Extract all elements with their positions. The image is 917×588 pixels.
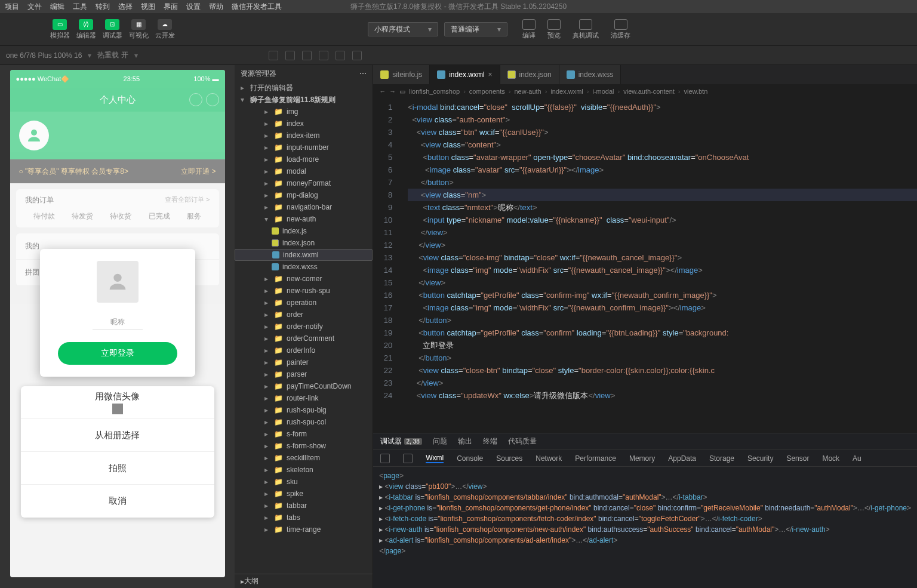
menu-item[interactable]: 工具 bbox=[73, 2, 87, 12]
devtool-panel-Memory[interactable]: Memory bbox=[629, 454, 655, 463]
cloud-toggle[interactable]: ☁云开发 bbox=[153, 17, 177, 41]
folder-img[interactable]: ▸📁img bbox=[235, 106, 373, 118]
folder-input-number[interactable]: ▸📁input-number bbox=[235, 141, 373, 153]
devtool-panel-Au[interactable]: Au bbox=[853, 454, 861, 463]
back-icon[interactable] bbox=[285, 51, 295, 60]
editor-toggle[interactable]: ⟨/⟩编辑器 bbox=[74, 17, 98, 41]
sheet-cancel[interactable]: 取消 bbox=[21, 485, 214, 518]
order-tab[interactable]: 服务 bbox=[187, 211, 201, 221]
editor-tab-siteinfo.js[interactable]: siteinfo.js bbox=[373, 65, 430, 84]
wxml-inspector[interactable]: <page> ▸ <view class="pb100">…</view> ▸ … bbox=[373, 467, 917, 588]
folder-parser[interactable]: ▸📁parser bbox=[235, 368, 373, 380]
folder-moneyFormat[interactable]: ▸📁moneyFormat bbox=[235, 177, 373, 189]
folder-order[interactable]: ▸📁order bbox=[235, 309, 373, 321]
nav-back-icon[interactable]: ← bbox=[379, 88, 386, 95]
devtool-tab-问题[interactable]: 问题 bbox=[433, 436, 447, 447]
file-index.js[interactable]: index.js bbox=[235, 225, 373, 237]
project-root[interactable]: ▾狮子鱼修复前端11.8新规则 bbox=[235, 94, 373, 106]
order-tab[interactable]: 待付款 bbox=[33, 211, 55, 221]
folder-orderInfo[interactable]: ▸📁orderInfo bbox=[235, 344, 373, 356]
device-select[interactable]: one 6/7/8 Plus 100% 16 bbox=[6, 51, 82, 60]
order-tab[interactable]: 待收货 bbox=[110, 211, 131, 221]
folder-payTimeCountDown[interactable]: ▸📁payTimeCountDown bbox=[235, 380, 373, 392]
avatar-placeholder[interactable] bbox=[97, 261, 139, 303]
breadcrumb-item[interactable]: components bbox=[469, 88, 505, 95]
open-editors-section[interactable]: ▸打开的编辑器 bbox=[235, 82, 373, 94]
file-index.wxml[interactable]: index.wxml bbox=[235, 249, 373, 261]
breadcrumb-item[interactable]: view.btn bbox=[684, 88, 708, 95]
folder-mp-dialog[interactable]: ▸📁mp-dialog bbox=[235, 189, 373, 201]
sheet-camera[interactable]: 拍照 bbox=[21, 452, 214, 485]
menu-item[interactable]: 项目 bbox=[5, 2, 19, 12]
capsule-more-icon[interactable] bbox=[189, 93, 202, 106]
folder-modal[interactable]: ▸📁modal bbox=[235, 165, 373, 177]
folder-load-more[interactable]: ▸📁load-more bbox=[235, 153, 373, 165]
devtool-tab-输出[interactable]: 输出 bbox=[458, 436, 472, 447]
devtool-panel-Sensor[interactable]: Sensor bbox=[786, 454, 809, 463]
menu-item[interactable]: 文件 bbox=[27, 2, 42, 12]
nav-fwd-icon[interactable]: → bbox=[389, 88, 396, 95]
folder-rush-spu-big[interactable]: ▸📁rush-spu-big bbox=[235, 404, 373, 416]
folder-new-rush-spu[interactable]: ▸📁new-rush-spu bbox=[235, 285, 373, 297]
user-avatar[interactable] bbox=[19, 121, 49, 150]
folder-new-comer[interactable]: ▸📁new-comer bbox=[235, 273, 373, 285]
devtool-panel-Mock[interactable]: Mock bbox=[822, 454, 839, 463]
login-button[interactable]: 立即登录 bbox=[58, 342, 177, 365]
editor-tab-index.json[interactable]: index.json bbox=[500, 65, 559, 84]
rotate-icon[interactable] bbox=[269, 51, 278, 60]
folder-painter[interactable]: ▸📁painter bbox=[235, 356, 373, 368]
order-tab[interactable]: 已完成 bbox=[149, 211, 170, 221]
file-index.wxss[interactable]: index.wxss bbox=[235, 261, 373, 273]
folder-tabs[interactable]: ▸📁tabs bbox=[235, 512, 373, 524]
menu-item[interactable]: 转到 bbox=[96, 2, 110, 12]
compile-button[interactable]: 编译 bbox=[522, 19, 536, 40]
devtool-tab-调试器[interactable]: 调试器 2, 38 bbox=[380, 436, 422, 447]
compile-select[interactable]: 普通编译▾ bbox=[444, 22, 507, 36]
menu-item[interactable]: 微信开发者工具 bbox=[232, 2, 282, 12]
folder-time-range[interactable]: ▸📁time-range bbox=[235, 524, 373, 535]
editor-tab-index.wxss[interactable]: index.wxss bbox=[559, 65, 621, 84]
folder-operation[interactable]: ▸📁operation bbox=[235, 297, 373, 309]
menu-item[interactable]: 编辑 bbox=[50, 2, 64, 12]
capsule-close-icon[interactable] bbox=[206, 93, 219, 106]
visual-toggle[interactable]: ▦可视化 bbox=[127, 17, 150, 41]
devtool-tab-终端[interactable]: 终端 bbox=[483, 436, 497, 447]
vip-open-button[interactable]: 立即开通 > bbox=[181, 167, 216, 177]
bookmark-icon[interactable]: ▭ bbox=[399, 88, 405, 96]
folder-new-auth[interactable]: ▾📁new-auth bbox=[235, 213, 373, 225]
cut-icon[interactable] bbox=[336, 51, 345, 60]
orders-more[interactable]: 查看全部订单 > bbox=[165, 195, 210, 205]
folder-router-link[interactable]: ▸📁router-link bbox=[235, 392, 373, 404]
sheet-album[interactable]: 从相册选择 bbox=[21, 419, 214, 452]
menu-item[interactable]: 设置 bbox=[186, 2, 201, 12]
code-editor[interactable]: 123456789101112131415161718192021222324 … bbox=[373, 98, 917, 433]
menu-item[interactable]: 界面 bbox=[164, 2, 178, 12]
devtool-panel-Security[interactable]: Security bbox=[747, 454, 773, 463]
outline-section[interactable]: 大纲 bbox=[244, 576, 259, 586]
mode-select[interactable]: 小程序模式▾ bbox=[368, 22, 438, 36]
phone-icon[interactable] bbox=[319, 51, 328, 60]
device-icon[interactable] bbox=[403, 454, 413, 463]
devtool-panel-Performance[interactable]: Performance bbox=[575, 454, 616, 463]
folder-index-item[interactable]: ▸📁index-item bbox=[235, 130, 373, 141]
hot-reload-toggle[interactable]: 热重载 开 bbox=[97, 50, 128, 60]
breadcrumb[interactable]: ← → ▭ lionfish_comshop›components›new-au… bbox=[373, 84, 917, 98]
folder-s-form-show[interactable]: ▸📁s-form-show bbox=[235, 440, 373, 452]
devtool-panel-AppData[interactable]: AppData bbox=[668, 454, 696, 463]
folder-skeleton[interactable]: ▸📁skeleton bbox=[235, 464, 373, 476]
folder-tabbar[interactable]: ▸📁tabbar bbox=[235, 500, 373, 512]
devtool-panel-Console[interactable]: Console bbox=[457, 454, 483, 463]
order-tab[interactable]: 待发货 bbox=[72, 211, 93, 221]
folder-seckillItem[interactable]: ▸📁seckillItem bbox=[235, 452, 373, 464]
editor-tab-index.wxml[interactable]: index.wxml × bbox=[430, 65, 500, 84]
home-icon[interactable] bbox=[302, 51, 312, 60]
explorer-more-icon[interactable]: ⋯ bbox=[359, 69, 367, 78]
file-index.json[interactable]: index.json bbox=[235, 237, 373, 249]
menu-item[interactable]: 帮助 bbox=[209, 2, 223, 12]
menu-item[interactable]: 选择 bbox=[118, 2, 133, 12]
folder-orderComment[interactable]: ▸📁orderComment bbox=[235, 333, 373, 344]
folder-spike[interactable]: ▸📁spike bbox=[235, 488, 373, 500]
breadcrumb-item[interactable]: i-modal bbox=[592, 88, 614, 95]
devtool-panel-Network[interactable]: Network bbox=[536, 454, 562, 463]
close-tab-icon[interactable]: × bbox=[488, 70, 493, 79]
